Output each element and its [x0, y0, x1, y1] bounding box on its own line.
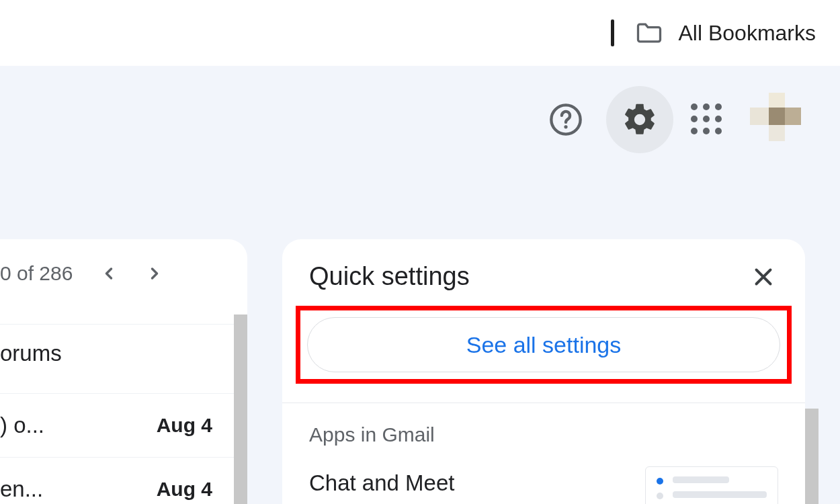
chat-meet-preview[interactable] — [645, 466, 778, 504]
all-bookmarks-link[interactable]: All Bookmarks — [679, 21, 816, 46]
quick-settings-header: Quick settings — [282, 239, 805, 306]
mail-subject: ) o... — [0, 413, 44, 438]
help-icon — [548, 102, 583, 137]
account-avatar[interactable] — [750, 93, 804, 146]
folder-icon — [634, 18, 664, 48]
settings-button[interactable] — [606, 86, 673, 153]
preview-dots — [657, 476, 663, 504]
bookmarks-bar: All Bookmarks — [0, 0, 840, 66]
gmail-topbar — [0, 66, 840, 173]
mail-subject: en... — [0, 476, 43, 502]
inbox-panel: 0 of 286 orums ) o... Aug 4 en... Aug 4 — [0, 239, 247, 504]
help-button[interactable] — [543, 97, 589, 142]
inbox-scrollbar[interactable] — [234, 314, 247, 504]
quick-settings-title: Quick settings — [309, 262, 470, 291]
mail-row[interactable]: ) o... Aug 4 — [0, 393, 247, 457]
apps-in-gmail-section: Apps in Gmail Chat and Meet Customize — [282, 403, 805, 504]
settings-scrollbar[interactable] — [805, 409, 818, 504]
close-button[interactable] — [751, 265, 775, 289]
google-apps-button[interactable] — [691, 103, 723, 136]
mail-date: Aug 4 — [157, 414, 212, 437]
older-button[interactable] — [145, 264, 164, 283]
pager-count: 0 of 286 — [0, 262, 73, 285]
svg-point-1 — [564, 125, 567, 128]
gear-icon — [621, 101, 659, 138]
gmail-app-area: 0 of 286 orums ) o... Aug 4 en... Aug 4 … — [0, 66, 840, 504]
mail-row[interactable]: en... Aug 4 — [0, 457, 247, 504]
preview-lines — [673, 476, 767, 504]
mail-date: Aug 4 — [157, 478, 212, 501]
bookmarks-separator — [611, 19, 614, 46]
pager: 0 of 286 — [0, 262, 247, 324]
annotation-highlight: See all settings — [296, 306, 792, 384]
newer-button[interactable] — [99, 264, 118, 283]
category-tab[interactable]: orums — [0, 324, 247, 393]
quick-settings-panel: Quick settings See all settings Apps in … — [282, 239, 805, 504]
see-all-settings-button[interactable]: See all settings — [307, 317, 780, 372]
apps-grid-dot — [691, 103, 698, 110]
section-label: Apps in Gmail — [309, 423, 778, 446]
